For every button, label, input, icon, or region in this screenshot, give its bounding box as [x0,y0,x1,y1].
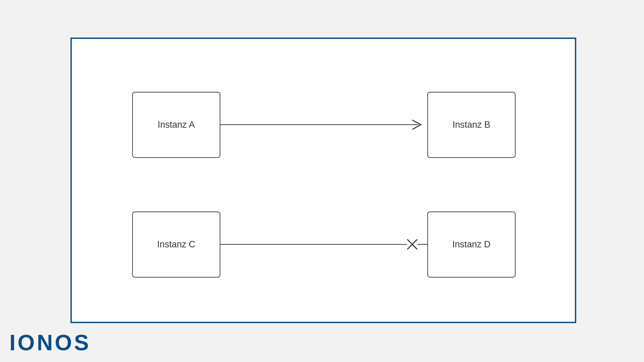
node-label: Instanz B [452,120,490,130]
node-instanz-d: Instanz D [427,212,516,278]
node-label: Instanz D [452,239,490,250]
diagram-frame: Instanz A Instanz B Instanz C Instanz D [70,38,576,323]
blocked-x-icon [408,240,417,249]
node-label: Instanz C [157,239,195,250]
stage: Instanz A Instanz B Instanz C Instanz D [0,0,644,362]
node-label: Instanz A [158,120,195,130]
connector-c-to-d [220,238,427,251]
brand-logo: IONOS [9,330,91,355]
node-instanz-c: Instanz C [132,212,220,278]
node-instanz-a: Instanz A [132,92,220,158]
connector-a-to-b [220,118,427,131]
node-instanz-b: Instanz B [427,92,516,158]
